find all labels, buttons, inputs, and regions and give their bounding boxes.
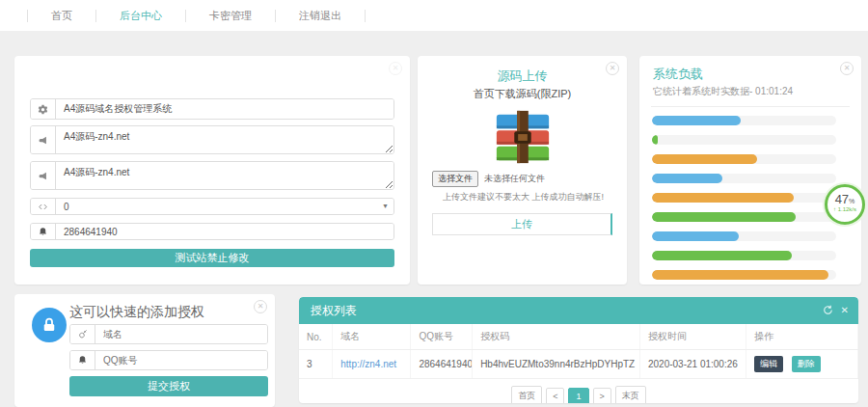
load-bar-track [652, 251, 836, 260]
col-domain: 域名 [333, 324, 411, 350]
col-actions: 操作 [746, 324, 858, 350]
load-bar-fill [652, 212, 796, 222]
nav-item-admin-center[interactable]: 后台中心 [96, 9, 185, 23]
domain-field-group [69, 324, 268, 344]
copyright-field-group: A4源码-zn4.net [30, 161, 394, 190]
edit-button[interactable]: 编辑 [754, 356, 783, 372]
qq-field-group [69, 350, 268, 370]
load-bar-fill [652, 270, 828, 280]
load-bar-track [652, 231, 836, 241]
table-header-row: No. 域名 QQ账号 授权码 授权时间 操作 [299, 324, 858, 350]
col-time: 授权时间 [639, 324, 746, 350]
upload-tip: 上传文件建议不要太大 上传成功自动解压! [418, 191, 627, 204]
key-icon [70, 325, 95, 343]
load-bar-fill [652, 154, 757, 164]
rar-archive-icon [493, 107, 553, 167]
system-load-panel: ✕ 系统负载 它统计着系统时实数据- 01:01:24 47% ↑ 1.12k/… [639, 56, 861, 285]
badge-percent: 47 [835, 192, 849, 206]
col-no: No. [299, 324, 333, 350]
bullhorn-icon [31, 126, 56, 153]
last-page-button[interactable]: 末页 [615, 386, 646, 403]
prev-page-button[interactable]: < [546, 388, 564, 404]
quick-qq-input[interactable] [95, 351, 267, 369]
table-row: 3 http://zn4.net 2864641940 Hb4hvEUZMto3… [299, 350, 858, 379]
divider [651, 106, 850, 107]
first-page-button[interactable]: 首页 [511, 386, 542, 403]
bell-icon [70, 351, 95, 369]
choose-file-button[interactable]: 选择文件 [432, 171, 478, 187]
auth-list-panel: 授权列表 ✕ No. 域名 QQ账号 授权码 授权时间 操作 3 http://… [299, 297, 858, 403]
load-bar-fill [652, 193, 794, 203]
load-bar-track [652, 116, 836, 125]
badge-speed: ↑ 1.12k/s [827, 206, 862, 212]
upload-subtitle: 首页下载源码(限ZIP) [418, 87, 627, 101]
load-title: 系统负载 [653, 66, 861, 83]
qq-field-group [30, 223, 394, 240]
load-bar-fill [652, 135, 658, 145]
load-bar-track [652, 270, 836, 280]
close-icon[interactable]: ✕ [606, 62, 619, 75]
announcement-textarea[interactable]: A4源码-zn4.net [56, 126, 393, 153]
quick-auth-panel: ✕ 这可以快速的添加授权 提交授权 [14, 294, 275, 407]
close-icon[interactable]: ✕ [389, 62, 402, 75]
close-icon[interactable]: ✕ [841, 306, 849, 315]
load-bar-track [652, 174, 836, 183]
domain-link[interactable]: http://zn4.net [340, 359, 396, 369]
site-name-field-group [30, 98, 394, 120]
code-icon [31, 199, 56, 214]
auth-table: No. 域名 QQ账号 授权码 授权时间 操作 3 http://zn4.net… [299, 324, 858, 379]
pagination: 首页 < 1 > 末页 [299, 379, 858, 403]
upload-panel: ✕ 源码上传 首页下载源码(限ZIP) 选择文件 未选择任何文件 上传文件建议不… [418, 56, 627, 285]
domain-input[interactable] [95, 325, 267, 343]
load-bar-fill [652, 231, 739, 241]
save-settings-button[interactable]: 测试站禁止修改 [30, 249, 394, 267]
auth-list-title: 授权列表 [311, 303, 815, 319]
delete-button[interactable]: 删除 [792, 356, 821, 372]
bullhorn-icon [31, 162, 56, 189]
nav-item-logout[interactable]: 注销退出 [276, 9, 365, 23]
next-page-button[interactable]: > [593, 388, 611, 404]
announcement-field-group: A4源码-zn4.net [30, 125, 394, 154]
site-name-input[interactable] [56, 99, 393, 119]
load-bar-track [652, 193, 836, 203]
lock-icon [32, 308, 67, 342]
refresh-icon[interactable] [823, 305, 833, 317]
quick-auth-title: 这可以快速的添加授权 [69, 304, 204, 321]
col-qq: QQ账号 [411, 324, 473, 350]
top-nav: 首页 后台中心 卡密管理 注销退出 [0, 0, 868, 31]
cell-no: 3 [299, 350, 333, 379]
close-icon[interactable]: ✕ [840, 62, 854, 75]
nav-item-home[interactable]: 首页 [28, 9, 95, 23]
load-subtitle: 它统计着系统时实数据- 01:01:24 [653, 85, 861, 98]
mode-select[interactable]: 0 [56, 199, 393, 214]
load-bars [652, 116, 836, 280]
load-bar-track [652, 154, 836, 164]
load-bar-track [652, 135, 836, 145]
nav-separator [365, 10, 366, 22]
load-bar-track [652, 212, 836, 222]
load-bar-fill [652, 116, 741, 125]
current-page-button[interactable]: 1 [568, 388, 588, 404]
bell-icon [31, 224, 56, 239]
upload-title: 源码上传 [418, 68, 627, 85]
load-percent-badge: 47% ↑ 1.12k/s [825, 184, 865, 225]
copyright-textarea[interactable]: A4源码-zn4.net [56, 162, 393, 189]
close-icon[interactable]: ✕ [254, 300, 267, 313]
file-input-row: 选择文件 未选择任何文件 [432, 171, 627, 187]
col-code: 授权码 [473, 324, 640, 350]
badge-unit: % [849, 198, 854, 204]
chevron-down-icon: ▼ [382, 203, 389, 209]
cell-code: Hb4hvEUZMto39nn4rBzHpDYHpTZ [473, 350, 640, 379]
upload-button[interactable]: 上传 [432, 213, 612, 235]
settings-panel: ✕ A4源码-zn4.net A4源码-zn4.net 0 ▼ 测试站禁止修改 [14, 56, 410, 285]
mode-select-group: 0 ▼ [30, 198, 394, 215]
no-file-text: 未选择任何文件 [484, 173, 545, 185]
submit-auth-button[interactable]: 提交授权 [69, 376, 268, 396]
auth-list-header: 授权列表 ✕ [299, 297, 858, 324]
cell-time: 2020-03-21 01:00:26 [639, 350, 746, 379]
cell-qq: 2864641940 [411, 350, 473, 379]
load-bar-fill [652, 174, 722, 183]
qq-input[interactable] [56, 224, 393, 239]
nav-item-card-manage[interactable]: 卡密管理 [186, 9, 275, 23]
gear-icon [31, 99, 56, 119]
